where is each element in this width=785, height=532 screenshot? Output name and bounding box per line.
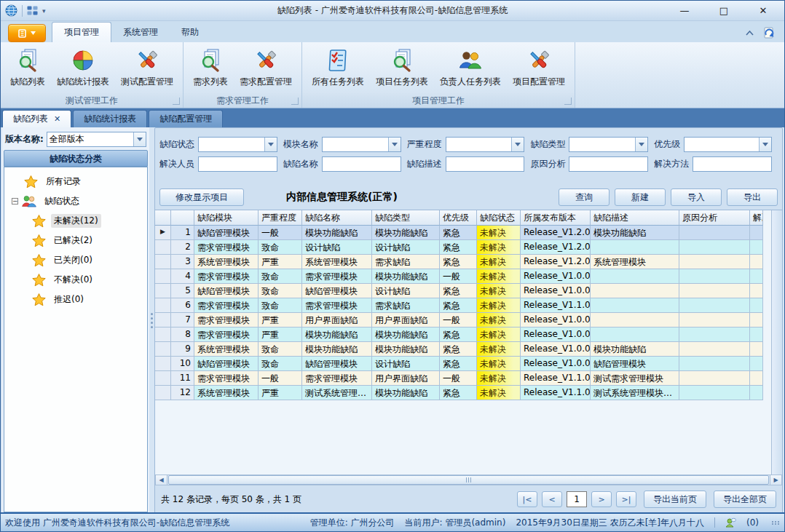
table-cell[interactable]: Release_V1.0.0 — [521, 313, 591, 327]
close-tab-icon[interactable]: ✕ — [54, 114, 60, 124]
table-cell[interactable]: Release_V1.0.0 — [521, 269, 591, 284]
ribbon-button[interactable]: 所有任务列表 — [307, 45, 369, 90]
table-cell[interactable]: 缺陷管理模块 — [302, 284, 372, 298]
import-button[interactable]: 导入 — [671, 188, 722, 206]
collapse-ribbon-icon[interactable] — [746, 31, 754, 36]
filter-combobox[interactable] — [569, 137, 648, 152]
table-cell[interactable]: 缺陷管理模块 — [194, 357, 259, 371]
version-combobox-input[interactable] — [47, 132, 133, 146]
filter-input[interactable] — [198, 156, 277, 172]
ribbon-button[interactable]: 缺陷列表 — [5, 45, 50, 90]
table-cell[interactable]: 未解决 — [477, 357, 521, 371]
table-cell[interactable]: 设计缺陷 — [372, 284, 440, 298]
table-cell[interactable] — [679, 342, 750, 357]
table-cell[interactable]: 未解决 — [477, 255, 521, 269]
globe-icon[interactable] — [5, 4, 17, 17]
maximize-button[interactable]: □ — [714, 4, 733, 18]
column-header[interactable]: 缺陷描述 — [591, 210, 679, 226]
scroll-left-arrow-icon[interactable]: ◀ — [156, 475, 167, 485]
table-cell[interactable] — [679, 240, 750, 255]
table-cell[interactable]: 需求管理模块 — [194, 269, 259, 284]
column-header[interactable]: 缺陷状态 — [477, 210, 521, 226]
table-cell[interactable] — [750, 342, 763, 357]
table-cell[interactable]: 模块功能缺陷 — [591, 342, 679, 357]
tree-item[interactable]: −缺陷状态 — [12, 191, 147, 211]
table-cell[interactable]: 致命 — [259, 357, 302, 371]
tree-item[interactable]: 不解决(0) — [31, 270, 147, 290]
filter-field-input[interactable] — [323, 138, 388, 151]
table-cell[interactable]: 未解决 — [477, 269, 521, 284]
filter-combobox[interactable] — [684, 137, 772, 152]
table-cell[interactable]: 未解决 — [477, 371, 521, 386]
table-cell[interactable]: 严重 — [259, 313, 302, 327]
tree-item[interactable]: 所有记录 — [12, 172, 147, 191]
ribbon-button[interactable]: 项目配置管理 — [508, 45, 570, 90]
ribbon-button[interactable]: 测试配置管理 — [116, 45, 178, 90]
table-cell[interactable] — [591, 313, 679, 327]
filter-field-input[interactable] — [693, 157, 771, 171]
table-cell[interactable]: 一般 — [259, 371, 302, 386]
column-header[interactable]: 原因分析 — [679, 210, 750, 226]
table-cell[interactable]: 紧急 — [440, 255, 477, 269]
table-cell[interactable] — [750, 313, 763, 327]
modify-display-items-button[interactable]: 修改显示项目 — [159, 188, 244, 206]
ribbon-button[interactable]: 项目任务列表 — [371, 45, 433, 90]
table-cell[interactable]: Release_V1.2.0 — [521, 240, 591, 255]
table-cell[interactable]: 模块功能缺陷 — [302, 327, 372, 342]
export-current-page-button[interactable]: 导出当前页 — [644, 491, 706, 508]
table-cell[interactable]: 缺陷管理模块 — [302, 357, 372, 371]
table-cell[interactable]: 系统管理模块 — [194, 342, 259, 357]
table-cell[interactable]: 紧急 — [440, 386, 477, 400]
close-button[interactable]: ✕ — [754, 4, 773, 18]
table-row[interactable]: 5缺陷管理模块致命缺陷管理模块设计缺陷紧急未解决Release_V1.0.0 — [155, 284, 778, 298]
table-cell[interactable]: 缺陷管理模块 — [194, 226, 259, 240]
table-cell[interactable]: 严重 — [259, 386, 302, 400]
table-cell[interactable] — [591, 298, 679, 313]
export-all-pages-button[interactable]: 导出全部页 — [714, 491, 776, 508]
version-combobox[interactable] — [47, 132, 146, 147]
table-cell[interactable]: 需求缺陷 — [372, 255, 440, 269]
table-cell[interactable]: 需求管理模块 — [194, 327, 259, 342]
sidebar-splitter[interactable] — [149, 127, 154, 514]
chevron-down-icon[interactable] — [133, 132, 146, 146]
table-row[interactable]: ▶1缺陷管理模块一般模块功能缺陷模块功能缺陷紧急未解决Release_V1.2.… — [155, 226, 778, 240]
query-button[interactable]: 查询 — [559, 188, 610, 206]
table-cell[interactable]: 设计缺陷 — [372, 240, 440, 255]
table-cell[interactable]: 一般 — [440, 313, 477, 327]
ribbon-tab-1[interactable]: 项目管理 — [52, 22, 111, 42]
table-cell[interactable]: 需求缺陷 — [372, 298, 440, 313]
table-cell[interactable] — [679, 313, 750, 327]
table-row[interactable]: 6需求管理模块致命需求管理模块需求缺陷紧急未解决Release_V1.1.0 — [155, 298, 778, 313]
table-cell[interactable] — [591, 240, 679, 255]
filter-field-input[interactable] — [685, 138, 759, 151]
table-cell[interactable] — [679, 371, 750, 386]
column-header[interactable]: 缺陷类型 — [372, 210, 440, 226]
table-cell[interactable]: 用户界面缺陷 — [302, 313, 372, 327]
table-cell[interactable]: 需求管理模块 — [302, 269, 372, 284]
table-cell[interactable]: 系统管理模块 — [591, 255, 679, 269]
table-cell[interactable]: 模块功能缺陷 — [372, 386, 440, 400]
page-number-input[interactable]: 1 — [567, 491, 587, 507]
table-cell[interactable]: 模块功能缺陷 — [302, 342, 372, 357]
ribbon-button[interactable]: 负责人任务列表 — [435, 45, 506, 90]
table-cell[interactable] — [750, 298, 763, 313]
filter-field-input[interactable] — [199, 138, 264, 151]
dialog-launcher-icon[interactable] — [291, 98, 299, 105]
new-button[interactable]: 新建 — [615, 188, 666, 206]
first-page-button[interactable]: |< — [517, 491, 537, 507]
tree-item[interactable]: 推迟(0) — [31, 290, 147, 309]
last-page-button[interactable]: >| — [616, 491, 636, 507]
table-cell[interactable]: Release_V1.1.0 — [521, 371, 591, 386]
filter-input[interactable] — [569, 156, 648, 172]
filter-input[interactable] — [322, 156, 401, 172]
table-cell[interactable] — [679, 357, 750, 371]
chevron-down-icon[interactable] — [388, 138, 401, 151]
column-header[interactable]: 解决方法 — [750, 210, 763, 226]
table-cell[interactable] — [750, 327, 763, 342]
scrollbar-thumb[interactable] — [168, 475, 769, 485]
table-cell[interactable]: 设计缺陷 — [372, 357, 440, 371]
table-cell[interactable]: Release_V1.1.0 — [521, 298, 591, 313]
table-cell[interactable] — [750, 240, 763, 255]
table-row[interactable]: 7需求管理模块严重用户界面缺陷用户界面缺陷一般未解决Release_V1.0.0 — [155, 313, 778, 327]
table-cell[interactable] — [750, 357, 763, 371]
